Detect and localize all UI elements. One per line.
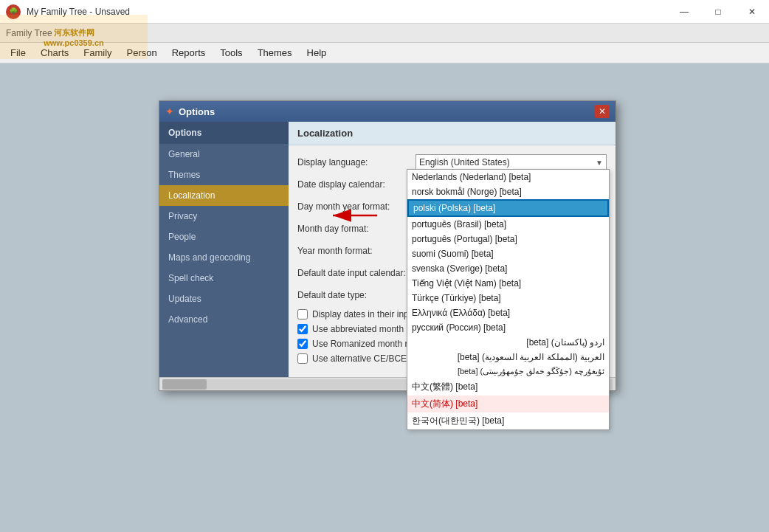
sidebar-item-privacy[interactable]: Privacy [159, 206, 289, 227]
sidebar-header: Options [159, 122, 289, 144]
dropdown-item-1[interactable]: norsk bokmål (Norge) [beta] [407, 184, 609, 199]
maximize-button[interactable]: □ [701, 0, 735, 24]
dropdown-item-13[interactable]: ئۇيغۇرچە (جۇڭگو خەلق جۇمھۇرىيىتى) [beta] [407, 365, 609, 379]
window-close-button[interactable]: ✕ [735, 0, 769, 24]
options-panel: Localization Display language: English (… [289, 122, 615, 377]
sidebar-item-themes[interactable]: Themes [159, 165, 289, 185]
default-input-calendar-label: Default date input calendar: [297, 268, 415, 278]
panel-header: Localization [289, 122, 615, 145]
dropdown-item-16[interactable]: 한국어(대한민국) [beta] [407, 412, 609, 429]
display-dates-label: Display dates in their inpu [312, 309, 413, 319]
date-calendar-label: Date display calendar: [297, 179, 415, 190]
language-dropdown: Nederlands (Nederland) [beta] norsk bokm… [407, 169, 610, 430]
dropdown-item-8[interactable]: Türkçe (Türkiye) [beta] [407, 291, 609, 305]
options-sidebar: Options General Themes Localization Priv… [159, 122, 289, 377]
dropdown-item-14[interactable]: 中文(繁體) [beta] [407, 379, 609, 395]
menu-help[interactable]: Help [300, 44, 334, 61]
language-selected-value: English (United States) [419, 157, 510, 167]
abbreviated-month-label: Use abbreviated month na [312, 324, 416, 334]
ym-format-label: Year month format: [297, 246, 415, 256]
display-dates-checkbox[interactable] [297, 309, 308, 319]
dialog-title: Options [179, 106, 215, 117]
display-language-label: Display language: [297, 157, 415, 167]
dropdown-item-12[interactable]: العربية (المملكة العربية السعودية) [beta… [407, 350, 609, 365]
sidebar-item-spell[interactable]: Spell check [159, 268, 289, 289]
scrollbar-thumb [162, 379, 207, 390]
dropdown-scroll-area[interactable]: Nederlands (Nederland) [beta] norsk bokm… [407, 170, 609, 429]
alternative-era-checkbox[interactable] [297, 353, 308, 364]
dropdown-item-3[interactable]: português (Brasil) [beta] [407, 217, 609, 232]
minimize-button[interactable]: — [667, 0, 701, 24]
watermark-text: 河东软件网www.pc0359.cn [44, 27, 104, 47]
language-select-wrapper: English (United States) ▼ [415, 154, 607, 170]
dialog-title-left: ✦ Options [165, 106, 215, 117]
abbreviated-month-checkbox[interactable] [297, 324, 308, 334]
options-icon: ✦ [165, 106, 174, 117]
sidebar-item-advanced[interactable]: Advanced [159, 309, 289, 330]
dropdown-item-10[interactable]: русский (Россия) [beta] [407, 320, 609, 335]
romanized-month-label: Use Romanized month na [312, 339, 415, 349]
language-select[interactable]: English (United States) ▼ [415, 154, 607, 170]
alternative-era-label: Use alternative CE/BCE era [312, 353, 422, 364]
dropdown-item-6[interactable]: svenska (Sverige) [beta] [407, 261, 609, 276]
display-language-row: Display language: English (United States… [297, 154, 607, 170]
romanized-month-checkbox[interactable] [297, 339, 308, 349]
dropdown-item-5[interactable]: suomi (Suomi) [beta] [407, 246, 609, 261]
dialog-body: Options General Themes Localization Priv… [159, 122, 615, 377]
watermark: 河东软件网www.pc0359.cn [0, 15, 148, 59]
panel-content: Display language: English (United States… [289, 145, 615, 377]
dmy-format-label: Day month year format: [297, 201, 415, 212]
sidebar-item-maps[interactable]: Maps and geocoding [159, 247, 289, 268]
dropdown-item-15[interactable]: 中文(简体) [beta] [407, 395, 609, 412]
dialog-titlebar: ✦ Options ✕ [159, 101, 615, 122]
sidebar-item-people[interactable]: People [159, 227, 289, 247]
menu-reports[interactable]: Reports [165, 44, 213, 61]
dropdown-item-11[interactable]: اردو (پاکستان) [beta] [407, 335, 609, 350]
dropdown-item-0[interactable]: Nederlands (Nederland) [beta] [407, 170, 609, 184]
dropdown-item-7[interactable]: Tiếng Việt (Việt Nam) [beta] [407, 276, 609, 291]
titlebar-controls: — □ ✕ [667, 0, 769, 24]
options-dialog: ✦ Options ✕ Options General Themes Local… [159, 100, 616, 391]
sidebar-item-updates[interactable]: Updates [159, 289, 289, 309]
sidebar-item-localization[interactable]: Localization [159, 185, 289, 206]
default-date-type-label: Default date type: [297, 290, 415, 300]
dropdown-item-4[interactable]: português (Portugal) [beta] [407, 232, 609, 246]
menu-tools[interactable]: Tools [213, 44, 249, 61]
dropdown-arrow-icon: ▼ [596, 159, 603, 167]
dropdown-item-2[interactable]: polski (Polska) [beta] [407, 199, 609, 217]
menu-themes[interactable]: Themes [250, 44, 300, 61]
main-area: ✦ Options ✕ Options General Themes Local… [0, 63, 769, 532]
dialog-close-button[interactable]: ✕ [595, 105, 610, 118]
dropdown-item-9[interactable]: Ελληνικά (Ελλάδα) [beta] [407, 305, 609, 320]
sidebar-item-general[interactable]: General [159, 144, 289, 165]
md-format-label: Month day format: [297, 224, 415, 234]
